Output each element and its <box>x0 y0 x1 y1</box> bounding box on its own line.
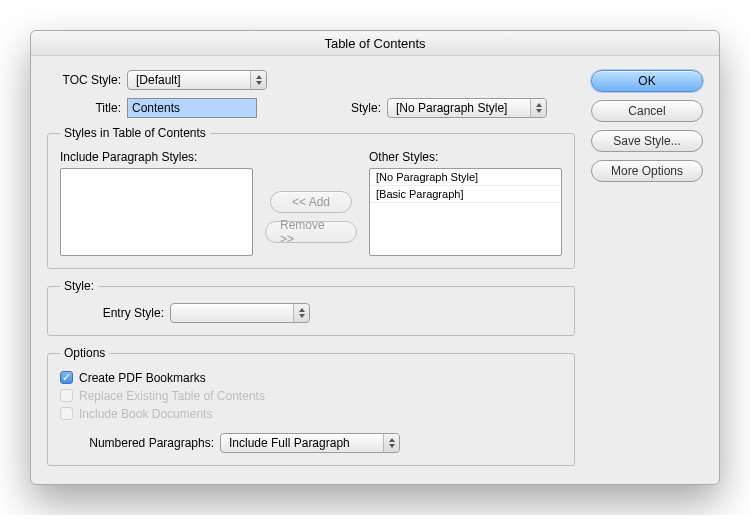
remove-button[interactable]: Remove >> <box>265 221 357 243</box>
numbered-paragraphs-select[interactable]: Include Full Paragraph <box>220 433 400 453</box>
entry-style-select[interactable] <box>170 303 310 323</box>
numbered-paragraphs-value: Include Full Paragraph <box>229 436 350 450</box>
entry-style-label: Entry Style: <box>60 306 170 320</box>
include-book-checkbox: Include Book Documents <box>60 407 212 421</box>
toc-style-label: TOC Style: <box>47 73 127 87</box>
create-pdf-bookmarks-label: Create PDF Bookmarks <box>79 371 206 385</box>
style-group: Style: Entry Style: <box>47 279 575 336</box>
numbered-paragraphs-label: Numbered Paragraphs: <box>60 436 220 450</box>
styles-in-toc-legend: Styles in Table of Contents <box>60 126 210 140</box>
style-value: [No Paragraph Style] <box>396 101 507 115</box>
checkbox-icon <box>60 389 73 402</box>
toc-style-value: [Default] <box>136 73 181 87</box>
replace-toc-label: Replace Existing Table of Contents <box>79 389 265 403</box>
options-legend: Options <box>60 346 109 360</box>
style-group-legend: Style: <box>60 279 98 293</box>
create-pdf-bookmarks-checkbox[interactable]: ✓ Create PDF Bookmarks <box>60 371 206 385</box>
other-styles-listbox[interactable]: [No Paragraph Style] [Basic Paragraph] <box>369 168 562 256</box>
style-label: Style: <box>287 101 387 115</box>
title-input[interactable] <box>127 98 257 118</box>
include-book-label: Include Book Documents <box>79 407 212 421</box>
updown-icon <box>530 99 546 117</box>
style-select[interactable]: [No Paragraph Style] <box>387 98 547 118</box>
updown-icon <box>250 71 266 89</box>
updown-icon <box>383 434 399 452</box>
title-label: Title: <box>47 101 127 115</box>
replace-toc-checkbox: Replace Existing Table of Contents <box>60 389 265 403</box>
list-item[interactable]: [Basic Paragraph] <box>370 186 561 203</box>
include-styles-label: Include Paragraph Styles: <box>60 150 253 164</box>
cancel-button[interactable]: Cancel <box>591 100 703 122</box>
toc-style-select[interactable]: [Default] <box>127 70 267 90</box>
include-styles-listbox[interactable] <box>60 168 253 256</box>
checkbox-icon <box>60 407 73 420</box>
ok-button[interactable]: OK <box>591 70 703 92</box>
styles-in-toc-group: Styles in Table of Contents Include Para… <box>47 126 575 269</box>
options-group: Options ✓ Create PDF Bookmarks Replace E… <box>47 346 575 466</box>
add-button[interactable]: << Add <box>270 191 352 213</box>
updown-icon <box>293 304 309 322</box>
save-style-button[interactable]: Save Style... <box>591 130 703 152</box>
toc-dialog: Table of Contents TOC Style: [Default] T… <box>30 30 720 485</box>
checkmark-icon: ✓ <box>60 371 73 384</box>
other-styles-label: Other Styles: <box>369 150 562 164</box>
list-item[interactable]: [No Paragraph Style] <box>370 169 561 186</box>
more-options-button[interactable]: More Options <box>591 160 703 182</box>
dialog-title: Table of Contents <box>31 31 719 56</box>
